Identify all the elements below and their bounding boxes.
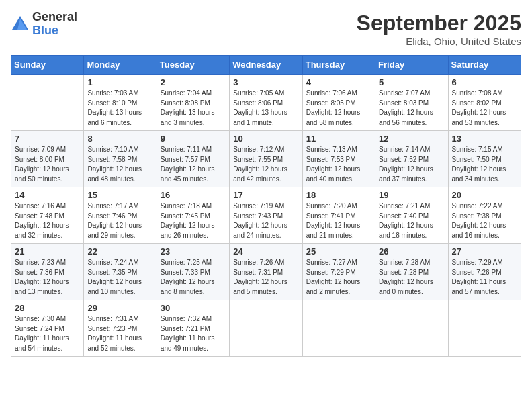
day-info: Sunrise: 7:05 AM Sunset: 8:06 PM Dayligh…: [233, 89, 298, 128]
day-number: 15: [87, 190, 152, 200]
day-number: 21: [15, 246, 80, 257]
calendar-cell: 22Sunrise: 7:24 AM Sunset: 7:35 PM Dayli…: [84, 244, 157, 300]
day-number: 19: [379, 190, 444, 200]
day-info: Sunrise: 7:27 AM Sunset: 7:29 PM Dayligh…: [306, 258, 371, 297]
day-info: Sunrise: 7:16 AM Sunset: 7:48 PM Dayligh…: [15, 201, 80, 240]
day-info: Sunrise: 7:13 AM Sunset: 7:53 PM Dayligh…: [306, 145, 371, 184]
day-number: 25: [306, 246, 371, 257]
calendar-cell: 27Sunrise: 7:29 AM Sunset: 7:26 PM Dayli…: [448, 244, 521, 300]
calendar-cell: 2Sunrise: 7:04 AM Sunset: 8:08 PM Daylig…: [157, 75, 229, 131]
day-number: 23: [161, 246, 226, 257]
calendar-cell: [302, 300, 375, 357]
day-info: Sunrise: 7:14 AM Sunset: 7:52 PM Dayligh…: [379, 145, 444, 184]
calendar-cell: 7Sunrise: 7:09 AM Sunset: 8:00 PM Daylig…: [11, 131, 84, 187]
calendar-week-3: 14Sunrise: 7:16 AM Sunset: 7:48 PM Dayli…: [11, 187, 521, 244]
day-number: 26: [379, 246, 444, 257]
calendar-week-2: 7Sunrise: 7:09 AM Sunset: 8:00 PM Daylig…: [11, 131, 521, 187]
day-number: 24: [233, 246, 298, 257]
calendar-cell: 9Sunrise: 7:11 AM Sunset: 7:57 PM Daylig…: [157, 131, 229, 187]
day-number: 16: [161, 190, 226, 200]
day-info: Sunrise: 7:26 AM Sunset: 7:31 PM Dayligh…: [233, 258, 298, 297]
calendar-cell: 20Sunrise: 7:22 AM Sunset: 7:38 PM Dayli…: [448, 187, 521, 244]
day-number: 7: [15, 134, 80, 144]
logo-text: General Blue: [32, 11, 77, 38]
calendar-cell: [375, 300, 448, 357]
day-info: Sunrise: 7:12 AM Sunset: 7:55 PM Dayligh…: [233, 145, 298, 184]
day-number: 29: [87, 303, 152, 313]
day-number: 2: [161, 77, 226, 87]
day-number: 17: [233, 190, 298, 200]
calendar-table: SundayMondayTuesdayWednesdayThursdayFrid…: [11, 55, 521, 357]
month-title: September 2025: [357, 11, 521, 36]
day-info: Sunrise: 7:15 AM Sunset: 7:50 PM Dayligh…: [452, 145, 517, 184]
weekday-header-tuesday: Tuesday: [157, 56, 229, 75]
day-number: 11: [306, 134, 371, 144]
day-info: Sunrise: 7:07 AM Sunset: 8:03 PM Dayligh…: [379, 89, 444, 128]
day-info: Sunrise: 7:19 AM Sunset: 7:43 PM Dayligh…: [233, 201, 298, 240]
logo-blue-text: Blue: [32, 24, 77, 38]
calendar-cell: 10Sunrise: 7:12 AM Sunset: 7:55 PM Dayli…: [230, 131, 302, 187]
day-number: 13: [452, 134, 517, 144]
calendar-cell: 5Sunrise: 7:07 AM Sunset: 8:03 PM Daylig…: [375, 75, 448, 131]
day-number: 9: [161, 134, 226, 144]
day-info: Sunrise: 7:23 AM Sunset: 7:36 PM Dayligh…: [15, 258, 80, 297]
day-info: Sunrise: 7:09 AM Sunset: 8:00 PM Dayligh…: [15, 145, 80, 184]
day-number: 6: [452, 77, 517, 87]
day-info: Sunrise: 7:30 AM Sunset: 7:24 PM Dayligh…: [15, 314, 80, 353]
weekday-header-friday: Friday: [375, 56, 448, 75]
title-block: September 2025 Elida, Ohio, United State…: [357, 11, 521, 47]
calendar-cell: 30Sunrise: 7:32 AM Sunset: 7:21 PM Dayli…: [157, 300, 229, 357]
day-number: 27: [452, 246, 517, 257]
day-number: 22: [87, 246, 152, 257]
calendar-week-1: 1Sunrise: 7:03 AM Sunset: 8:10 PM Daylig…: [11, 75, 521, 131]
calendar-cell: 3Sunrise: 7:05 AM Sunset: 8:06 PM Daylig…: [230, 75, 302, 131]
weekday-header-monday: Monday: [84, 56, 157, 75]
calendar-cell: 17Sunrise: 7:19 AM Sunset: 7:43 PM Dayli…: [230, 187, 302, 244]
day-info: Sunrise: 7:03 AM Sunset: 8:10 PM Dayligh…: [87, 89, 152, 128]
day-number: 1: [87, 77, 152, 87]
day-info: Sunrise: 7:20 AM Sunset: 7:41 PM Dayligh…: [306, 201, 371, 240]
calendar-cell: 15Sunrise: 7:17 AM Sunset: 7:46 PM Dayli…: [84, 187, 157, 244]
calendar-cell: 11Sunrise: 7:13 AM Sunset: 7:53 PM Dayli…: [302, 131, 375, 187]
logo-general-text: General: [32, 11, 77, 24]
calendar-cell: 19Sunrise: 7:21 AM Sunset: 7:40 PM Dayli…: [375, 187, 448, 244]
day-number: 20: [452, 190, 517, 200]
calendar-cell: 14Sunrise: 7:16 AM Sunset: 7:48 PM Dayli…: [11, 187, 84, 244]
day-number: 28: [15, 303, 80, 313]
location-title: Elida, Ohio, United States: [357, 36, 521, 47]
calendar-cell: 25Sunrise: 7:27 AM Sunset: 7:29 PM Dayli…: [302, 244, 375, 300]
calendar-cell: 24Sunrise: 7:26 AM Sunset: 7:31 PM Dayli…: [230, 244, 302, 300]
day-number: 3: [233, 77, 298, 87]
day-info: Sunrise: 7:04 AM Sunset: 8:08 PM Dayligh…: [161, 89, 226, 128]
day-info: Sunrise: 7:28 AM Sunset: 7:28 PM Dayligh…: [379, 258, 444, 297]
weekday-header-thursday: Thursday: [302, 56, 375, 75]
calendar-cell: 8Sunrise: 7:10 AM Sunset: 7:58 PM Daylig…: [84, 131, 157, 187]
logo: General Blue: [11, 11, 77, 38]
page-header: General Blue September 2025 Elida, Ohio,…: [11, 11, 521, 47]
day-info: Sunrise: 7:10 AM Sunset: 7:58 PM Dayligh…: [87, 145, 152, 184]
calendar-week-4: 21Sunrise: 7:23 AM Sunset: 7:36 PM Dayli…: [11, 244, 521, 300]
day-number: 5: [379, 77, 444, 87]
weekday-header-wednesday: Wednesday: [230, 56, 302, 75]
calendar-cell: 23Sunrise: 7:25 AM Sunset: 7:33 PM Dayli…: [157, 244, 229, 300]
day-number: 10: [233, 134, 298, 144]
day-info: Sunrise: 7:31 AM Sunset: 7:23 PM Dayligh…: [87, 314, 152, 353]
calendar-cell: 12Sunrise: 7:14 AM Sunset: 7:52 PM Dayli…: [375, 131, 448, 187]
calendar-cell: [230, 300, 302, 357]
calendar-cell: 1Sunrise: 7:03 AM Sunset: 8:10 PM Daylig…: [84, 75, 157, 131]
day-number: 8: [87, 134, 152, 144]
calendar-cell: 28Sunrise: 7:30 AM Sunset: 7:24 PM Dayli…: [11, 300, 84, 357]
calendar-cell: [11, 75, 84, 131]
calendar-cell: 26Sunrise: 7:28 AM Sunset: 7:28 PM Dayli…: [375, 244, 448, 300]
calendar-cell: 16Sunrise: 7:18 AM Sunset: 7:45 PM Dayli…: [157, 187, 229, 244]
day-info: Sunrise: 7:21 AM Sunset: 7:40 PM Dayligh…: [379, 201, 444, 240]
calendar-cell: 13Sunrise: 7:15 AM Sunset: 7:50 PM Dayli…: [448, 131, 521, 187]
day-info: Sunrise: 7:18 AM Sunset: 7:45 PM Dayligh…: [161, 201, 226, 240]
calendar-cell: 4Sunrise: 7:06 AM Sunset: 8:05 PM Daylig…: [302, 75, 375, 131]
calendar-cell: 6Sunrise: 7:08 AM Sunset: 8:02 PM Daylig…: [448, 75, 521, 131]
calendar-week-5: 28Sunrise: 7:30 AM Sunset: 7:24 PM Dayli…: [11, 300, 521, 357]
day-number: 4: [306, 77, 371, 87]
weekday-header-sunday: Sunday: [11, 56, 84, 75]
day-info: Sunrise: 7:22 AM Sunset: 7:38 PM Dayligh…: [452, 201, 517, 240]
day-info: Sunrise: 7:11 AM Sunset: 7:57 PM Dayligh…: [161, 145, 226, 184]
